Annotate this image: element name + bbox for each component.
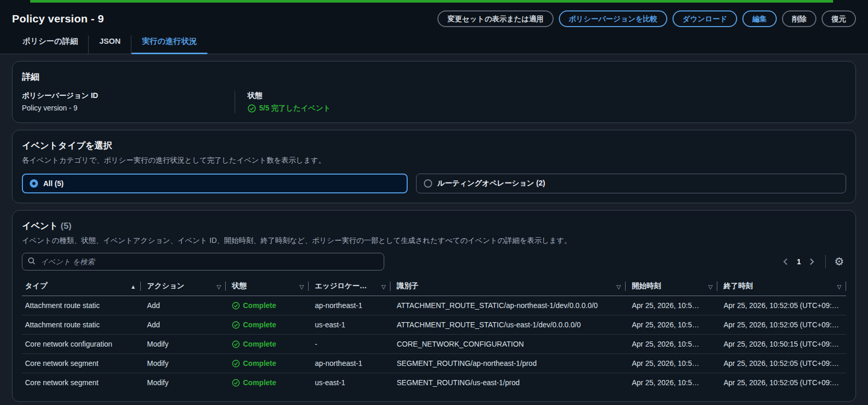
- search-input[interactable]: [40, 257, 378, 266]
- compare-policy-versions-button[interactable]: ポリシーバージョンを比較: [559, 10, 668, 27]
- events-description: イベントの種類、状態、イベントアクション、イベント ID、開始時刻、終了時刻など…: [22, 236, 846, 246]
- cell-type: Attachment route static: [22, 315, 141, 335]
- radio-unselected-icon: [424, 179, 432, 188]
- column-header-edge-location[interactable]: エッジロケー…▽: [309, 278, 390, 296]
- cell-start-time: Apr 25, 2026, 10:5…: [626, 296, 717, 315]
- state-text: Complete: [243, 301, 276, 310]
- table-row[interactable]: Core network segment Modify Complete us-…: [22, 373, 846, 392]
- filter-icon[interactable]: ▽: [708, 284, 713, 290]
- previous-page-button[interactable]: [778, 256, 792, 267]
- filter-icon[interactable]: ▽: [382, 284, 386, 290]
- column-header-end-time[interactable]: 終了時刻▽: [717, 278, 846, 296]
- column-label: 終了時刻: [724, 281, 753, 290]
- details-card: 詳細 ポリシーバージョン ID Policy version - 9 状態 5/…: [12, 61, 856, 123]
- cell-identifier: ATTACHMENT_ROUTE_STATIC/us-east-1/dev/0.…: [390, 315, 626, 335]
- filter-icon[interactable]: ▽: [300, 284, 304, 290]
- page-header: Policy version - 9 変更セットの表示または適用 ポリシーバージ…: [0, 0, 868, 54]
- state-text: Complete: [243, 340, 276, 348]
- status-field: 状態 5/5 完了したイベント: [235, 91, 343, 113]
- events-table: タイプ▲ アクション▽ 状態▽ エッジロケー…▽ 識別子▽ 開始時刻▽ 終了時刻…: [22, 278, 846, 392]
- cell-type: Attachment route static: [22, 296, 141, 315]
- cell-identifier: SEGMENT_ROUTING/us-east-1/prod: [390, 373, 626, 392]
- sort-ascending-icon[interactable]: ▲: [130, 284, 136, 290]
- header-actions: 変更セットの表示または適用 ポリシーバージョンを比較 ダウンロード 編集 削除 …: [437, 10, 856, 27]
- check-circle-icon: [232, 340, 240, 348]
- cell-end-time: Apr 25, 2026, 10:50:15 (UTC+09:…: [717, 335, 846, 354]
- tab-execution-progress[interactable]: 実行の進行状況: [131, 35, 207, 54]
- tab-json[interactable]: JSON: [88, 35, 131, 54]
- event-type-option-all[interactable]: All (5): [22, 174, 408, 193]
- column-header-type[interactable]: タイプ▲: [22, 278, 141, 296]
- policy-version-id-field: ポリシーバージョン ID Policy version - 9: [22, 91, 235, 113]
- column-header-action[interactable]: アクション▽: [141, 278, 226, 296]
- tab-policy-details[interactable]: ポリシーの詳細: [12, 35, 88, 54]
- table-row[interactable]: Attachment route static Add Complete ap-…: [22, 296, 846, 315]
- event-type-description: 各イベントカテゴリで、ポリシー実行の進行状況として完了したイベント数を表示します…: [22, 156, 846, 165]
- filter-icon[interactable]: ▽: [217, 284, 221, 290]
- column-label: アクション: [147, 281, 185, 290]
- cell-type: Core network configuration: [22, 335, 141, 354]
- filter-icon[interactable]: ▽: [617, 284, 621, 290]
- event-type-title: イベントタイプを選択: [22, 140, 846, 152]
- cell-identifier: SEGMENT_ROUTING/ap-northeast-1/prod: [390, 354, 626, 373]
- cell-end-time: Apr 25, 2026, 10:52:05 (UTC+09:…: [717, 354, 846, 373]
- status-text: 5/5 完了したイベント: [259, 104, 331, 113]
- column-label: 開始時刻: [632, 281, 661, 290]
- table-pagination: 1 ⚙: [778, 255, 846, 268]
- cell-start-time: Apr 25, 2026, 10:5…: [626, 335, 717, 354]
- cell-action: Modify: [141, 373, 226, 392]
- cell-action: Modify: [141, 335, 226, 354]
- page-title: Policy version - 9: [12, 13, 104, 25]
- cell-identifier: CORE_NETWORK_CONFIGURATION: [390, 335, 626, 354]
- table-header-row: タイプ▲ アクション▽ 状態▽ エッジロケー…▽ 識別子▽ 開始時刻▽ 終了時刻…: [22, 278, 846, 296]
- view-or-apply-change-set-button[interactable]: 変更セットの表示または適用: [437, 10, 553, 27]
- cell-state: Complete: [226, 373, 309, 392]
- table-row[interactable]: Core network segment Modify Complete ap-…: [22, 354, 846, 373]
- column-label: タイプ: [25, 281, 47, 290]
- check-circle-icon: [232, 321, 240, 329]
- event-type-option-all-label: All (5): [43, 179, 64, 188]
- cell-state: Complete: [226, 315, 309, 335]
- event-type-option-routing-label: ルーティングオペレーション (2): [437, 179, 545, 188]
- cell-start-time: Apr 25, 2026, 10:5…: [626, 354, 717, 373]
- check-circle-icon: [248, 104, 256, 113]
- cell-end-time: Apr 25, 2026, 10:52:05 (UTC+09:…: [717, 373, 846, 392]
- policy-version-id-label: ポリシーバージョン ID: [22, 91, 222, 101]
- next-page-button[interactable]: [805, 256, 819, 267]
- event-type-card: イベントタイプを選択 各イベントカテゴリで、ポリシー実行の進行状況として完了した…: [12, 130, 856, 203]
- table-row[interactable]: Core network configuration Modify Comple…: [22, 335, 846, 354]
- event-type-option-routing-operations[interactable]: ルーティングオペレーション (2): [416, 174, 846, 193]
- current-page-number[interactable]: 1: [792, 257, 805, 266]
- cell-edge-location: ap-northeast-1: [309, 296, 390, 315]
- check-circle-icon: [232, 302, 240, 310]
- status-badge: 5/5 完了したイベント: [248, 104, 331, 113]
- cell-type: Core network segment: [22, 354, 141, 373]
- cell-action: Modify: [141, 354, 226, 373]
- column-header-start-time[interactable]: 開始時刻▽: [626, 278, 717, 296]
- tab-bar: ポリシーの詳細 JSON 実行の進行状況: [12, 35, 856, 54]
- cell-edge-location: us-east-1: [309, 373, 390, 392]
- filter-icon[interactable]: ▽: [837, 284, 841, 290]
- status-label: 状態: [248, 91, 331, 101]
- cell-start-time: Apr 25, 2026, 10:5…: [626, 373, 717, 392]
- events-search[interactable]: [22, 253, 384, 271]
- download-button[interactable]: ダウンロード: [673, 10, 737, 27]
- cell-end-time: Apr 25, 2026, 10:52:05 (UTC+09:…: [717, 315, 846, 335]
- cell-identifier: ATTACHMENT_ROUTE_STATIC/ap-northeast-1/d…: [390, 296, 626, 315]
- cell-end-time: Apr 25, 2026, 10:52:05 (UTC+09:…: [717, 296, 846, 315]
- cell-action: Add: [141, 296, 226, 315]
- cell-state: Complete: [226, 354, 309, 373]
- column-label: 識別子: [397, 281, 419, 290]
- column-label: エッジロケー…: [315, 281, 367, 290]
- events-card: イベント (5) イベントの種類、状態、イベントアクション、イベント ID、開始…: [12, 210, 856, 402]
- table-preferences-gear-icon[interactable]: ⚙: [832, 255, 846, 268]
- state-text: Complete: [243, 359, 276, 367]
- column-header-state[interactable]: 状態▽: [226, 278, 309, 296]
- restore-button[interactable]: 復元: [822, 10, 856, 27]
- cell-edge-location: ap-northeast-1: [309, 354, 390, 373]
- edit-button[interactable]: 編集: [742, 10, 777, 27]
- column-label: 状態: [232, 281, 247, 290]
- table-row[interactable]: Attachment route static Add Complete us-…: [22, 315, 846, 335]
- column-header-identifier[interactable]: 識別子▽: [390, 278, 626, 296]
- delete-button[interactable]: 削除: [782, 10, 816, 27]
